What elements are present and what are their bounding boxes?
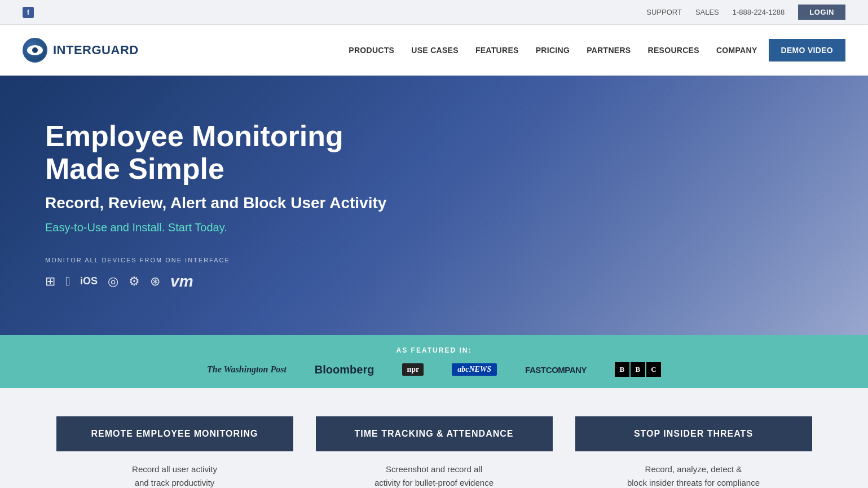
bbc-logo: B B C (615, 362, 661, 377)
phone-number: 1-888-224-1288 (733, 8, 785, 16)
featured-logos: The Washington Post Bloomberg npr abcNEW… (23, 362, 845, 377)
card-insider-threats-desc: Record, analyze, detect & block insider … (575, 463, 812, 488)
hero-device-icons: ⊞  iOS ◎ ⚙ ⊛ vm (45, 272, 406, 291)
hero-main-title: Employee Monitoring Made Simple (45, 120, 406, 184)
nav-pricing[interactable]: PRICING (536, 46, 570, 55)
android-icon: ⚙ (129, 274, 140, 289)
washington-post-logo: The Washington Post (207, 364, 287, 375)
nav-features[interactable]: FEATURES (475, 46, 519, 55)
card-remote-employee: REMOTE EMPLOYEE MONITORING Record all us… (56, 416, 293, 488)
card-time-tracking-desc: Screenshot and record all activity for b… (316, 463, 553, 488)
bbc-b1: B (615, 362, 629, 377)
hero-tagline: Easy-to-Use and Install. Start Today. (45, 221, 406, 234)
windows-icon: ⊞ (45, 274, 55, 289)
demo-video-button[interactable]: DEMO VIDEO (769, 39, 845, 61)
top-bar-social: f (23, 7, 34, 18)
chromebook-icon: ◎ (108, 274, 118, 289)
card-time-tracking-button[interactable]: TIME TRACKING & ATTENDANCE (316, 416, 553, 451)
fastcompany-logo: FAST COMPANY (525, 365, 587, 375)
featured-bar: AS FEATURED IN: The Washington Post Bloo… (0, 335, 868, 388)
bloomberg-logo: Bloomberg (315, 363, 374, 376)
vmware-icon: vm (170, 272, 193, 291)
hero-content: Employee Monitoring Made Simple Record, … (0, 86, 451, 324)
ios-icon: iOS (80, 275, 98, 287)
hero-sub-title: Record, Review, Alert and Block User Act… (45, 194, 406, 212)
nav-resources[interactable]: RESOURCES (648, 46, 699, 55)
npr-logo: npr (402, 363, 424, 376)
bbc-b2: B (631, 362, 645, 377)
featured-label: AS FEATURED IN: (23, 346, 845, 354)
sales-link[interactable]: SALES (695, 8, 719, 16)
nav-products[interactable]: PRODUCTS (349, 46, 394, 55)
nav-links: PRODUCTS USE CASES FEATURES PRICING PART… (349, 45, 757, 55)
card-remote-employee-button[interactable]: REMOTE EMPLOYEE MONITORING (56, 416, 293, 451)
card-insider-threats: STOP INSIDER THREATS Record, analyze, de… (575, 416, 812, 488)
hero-devices-label: MONITOR ALL DEVICES FROM ONE INTERFACE (45, 257, 406, 263)
login-button[interactable]: LOGIN (798, 5, 845, 20)
card-insider-threats-button[interactable]: STOP INSIDER THREATS (575, 416, 812, 451)
logo-text: INTERGUARD (53, 43, 139, 58)
card-remote-employee-desc: Record all user activity and track produ… (56, 463, 293, 488)
apple-icon:  (65, 274, 70, 289)
logo-pupil (32, 47, 38, 53)
card-time-tracking: TIME TRACKING & ATTENDANCE Screenshot an… (316, 416, 553, 488)
top-bar: f SUPPORT SALES 1-888-224-1288 LOGIN (0, 0, 868, 25)
cards-section: REMOTE EMPLOYEE MONITORING Record all us… (0, 388, 868, 488)
logo-icon (23, 38, 47, 63)
abcnews-logo: abcNEWS (452, 363, 497, 376)
bbc-c: C (646, 362, 661, 377)
logo-eye (27, 45, 43, 55)
top-bar-links: SUPPORT SALES 1-888-224-1288 LOGIN (646, 5, 845, 20)
support-link[interactable]: SUPPORT (646, 8, 682, 16)
nav-use-cases[interactable]: USE CASES (411, 46, 459, 55)
facebook-icon[interactable]: f (23, 7, 34, 18)
nav-partners[interactable]: PARTNERS (587, 46, 631, 55)
logo-link[interactable]: INTERGUARD (23, 38, 139, 63)
hero-section: Employee Monitoring Made Simple Record, … (0, 76, 868, 335)
remote-icon: ⊛ (150, 274, 160, 289)
nav-company[interactable]: COMPANY (716, 46, 757, 55)
main-nav: INTERGUARD PRODUCTS USE CASES FEATURES P… (0, 25, 868, 76)
